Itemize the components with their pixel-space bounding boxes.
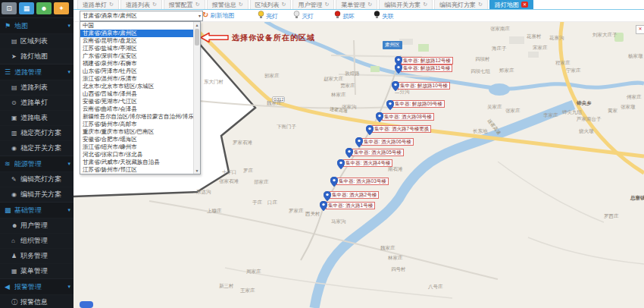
sidebar-item[interactable]: ▤区域列表 — [0, 33, 73, 49]
region-option[interactable]: 安徽省/合肥市/瑶海区 — [80, 136, 200, 143]
tab-refresh-icon[interactable]: ↻ — [152, 2, 157, 8]
region-option[interactable]: 重庆市/重庆市市辖区/巴南区 — [80, 128, 200, 136]
region-option[interactable]: 北京市/北京市市辖区/东城区 — [80, 83, 200, 90]
sidebar-item[interactable]: ▤道路列表 — [0, 80, 73, 95]
tab-refresh-icon[interactable]: ↻ — [109, 2, 114, 8]
sidebar-group[interactable]: ☰道路管理▾ — [0, 64, 73, 80]
region-option[interactable]: 甘肃省/武威市/天祝藏族自治县 — [80, 159, 200, 166]
map-pin-icon[interactable] — [395, 63, 402, 73]
tab-item[interactable]: 菜单管理↻ — [336, 0, 377, 9]
tab-refresh-icon[interactable]: ↻ — [195, 2, 200, 8]
sidebar-item[interactable]: ♟职务管理 — [0, 248, 73, 263]
map-pin-icon[interactable] — [376, 112, 383, 121]
map-pin-icon[interactable] — [337, 159, 345, 168]
region-option[interactable]: 甘肃省/酒泉市/肃州区 — [80, 30, 200, 37]
tab-close-icon[interactable]: ✕ — [521, 2, 528, 8]
tab-item[interactable]: 报警信息↻ — [207, 0, 249, 9]
sidebar-item[interactable]: ◉稳定开关方案 — [0, 140, 73, 156]
legend-label: 灭灯 — [302, 12, 314, 20]
sidebar-menu: ⚑地图▾▤区域列表➤路灯地图☰道路管理▾▤道路列表⊙道路单灯▣道路电表▥稳定亮灯… — [0, 17, 73, 308]
map-pin-icon[interactable] — [386, 99, 394, 109]
user-button[interactable]: ☻ — [36, 2, 52, 14]
region-option[interactable]: 山东省/菏泽市/牡丹区 — [80, 68, 200, 75]
bulb-icon — [334, 11, 341, 21]
sidebar-item[interactable]: ▦菜单管理 — [0, 263, 73, 278]
refresh-map-button[interactable]: ↻ 刷新地图 — [202, 11, 234, 20]
sidebar-item[interactable]: ➤路灯地图 — [0, 49, 73, 64]
sidebar-group[interactable]: ◀报警管理▾ — [0, 278, 73, 294]
quickbar: ⊡▦☻✦ — [0, 0, 73, 17]
tab-refresh-icon[interactable]: ↻ — [282, 2, 286, 8]
map-pin-icon[interactable] — [392, 80, 399, 90]
map-pin-icon[interactable] — [320, 200, 327, 210]
region-option[interactable]: 中国 — [80, 22, 200, 30]
sidebar-item[interactable]: ◉编辑开关方案 — [0, 187, 73, 202]
tab-item[interactable]: 编辑亮灯方案↻ — [434, 0, 488, 9]
scroll-up-icon[interactable]: ▲ — [194, 23, 200, 27]
region-option[interactable]: 江苏省/盐城市/亭湖区 — [80, 45, 200, 52]
tab-refresh-icon[interactable]: ↻ — [423, 2, 427, 8]
legend-item-灭灯[interactable]: 灭灯 — [293, 11, 314, 21]
region-option[interactable]: 江苏省/扬州市/邗江区 — [80, 166, 200, 174]
region-option[interactable]: 河北省/张家口市/张北县 — [80, 151, 200, 159]
tab-item[interactable]: 道路单灯↻ — [77, 0, 119, 9]
dropdown-scrollbar[interactable]: ▲ ▼ — [193, 22, 200, 174]
energy-management-icon: ≋ — [5, 160, 14, 168]
map-pin-icon[interactable] — [366, 124, 374, 134]
sidebar-group[interactable]: ⚑地图▾ — [0, 17, 73, 33]
region-option[interactable]: 安徽省/芜湖市/弋江区 — [80, 98, 200, 105]
legend-item-失联[interactable]: 失联 — [374, 11, 394, 21]
map-place-label: 吴家庄 — [487, 104, 502, 111]
sidebar-item[interactable]: ✎编辑亮灯方案 — [0, 171, 73, 187]
scrollbar-thumb[interactable] — [195, 29, 199, 46]
sidebar-group[interactable]: ≋能源管理▾ — [0, 156, 73, 171]
region-option[interactable]: 浙江省/温州市/乐清市 — [80, 75, 200, 83]
tab-refresh-icon[interactable]: ↻ — [239, 2, 243, 8]
map-pin-icon[interactable] — [324, 190, 331, 200]
road-lamp-icon: ⊙ — [11, 99, 20, 106]
region-option[interactable]: 云南省/昆明市/盘龙区 — [80, 37, 200, 45]
sidebar-group[interactable]: ▩基础管理▾ — [0, 202, 73, 218]
sidebar-item-label: 道路单灯 — [20, 98, 48, 108]
fixed-switch-plan-icon: ◉ — [11, 145, 20, 152]
map-pin-icon[interactable] — [330, 176, 338, 186]
sidebar-item[interactable]: ⓘ报警信息 — [0, 294, 73, 308]
map-close-control[interactable]: ✕ — [636, 25, 644, 34]
sidebar-item[interactable]: ▣道路电表 — [0, 110, 73, 125]
region-option[interactable]: 江苏省/扬州市/高邮市 — [80, 121, 200, 128]
region-option[interactable]: 新疆维吾尔自治区/博尔塔拉蒙古自治州/博乐市 — [80, 113, 200, 121]
sidebar-item[interactable]: ▥稳定亮灯方案 — [0, 125, 73, 140]
region-option[interactable]: 云南省/曲靖市/会泽县 — [80, 105, 200, 113]
tab-refresh-icon[interactable]: ↻ — [367, 2, 372, 8]
tab-item[interactable]: 编辑开关方案↻ — [379, 0, 433, 9]
region-select[interactable]: 甘肃省/酒泉市/肃州区 ▾ — [80, 11, 203, 21]
legend-label: 亮灯 — [266, 12, 278, 20]
map-pin-icon[interactable] — [345, 147, 353, 157]
river-north — [265, 21, 644, 89]
sidebar-item[interactable]: ⌂组织管理 — [0, 233, 73, 248]
region-option[interactable]: 山西省/晋城市/泽州县 — [80, 90, 200, 98]
map-place-label: 东达沟 — [196, 189, 211, 196]
modules-button[interactable]: ▦ — [19, 2, 34, 14]
map-pin-icon[interactable] — [355, 137, 363, 146]
region-option[interactable]: 福建省/泉州市/石狮市 — [80, 60, 200, 68]
tab-item[interactable]: 区域列表↻ — [250, 0, 292, 9]
shield-button[interactable]: ✦ — [54, 2, 69, 14]
monitor-button[interactable]: ⊡ — [2, 2, 17, 14]
sidebar-item[interactable]: ⊙道路单灯 — [0, 95, 73, 110]
tab-active[interactable]: 路灯地图✕ — [489, 0, 533, 9]
tab-item[interactable]: 报警配置↻ — [164, 0, 205, 9]
legend-item-损坏[interactable]: 损坏 — [334, 11, 355, 21]
region-option[interactable]: 广东省/深圳市/宝安区 — [80, 52, 200, 60]
legend-item-亮灯[interactable]: 亮灯 — [258, 11, 278, 21]
region-options: 中国甘肃省/酒泉市/肃州区云南省/昆明市/盘龙区江苏省/盐城市/亭湖区广东省/深… — [80, 22, 200, 174]
tab-item[interactable]: 道路列表↻ — [120, 0, 162, 9]
road-meter-icon: ▣ — [11, 115, 20, 121]
tab-refresh-icon[interactable]: ↻ — [324, 2, 329, 8]
scroll-down-icon[interactable]: ▼ — [194, 168, 200, 173]
tab-item[interactable]: 用户管理↻ — [292, 0, 334, 9]
sidebar-item[interactable]: ☻用户管理 — [0, 218, 73, 233]
region-option[interactable]: 浙江省/绍兴市/嵊州市 — [80, 143, 200, 151]
tab-refresh-icon[interactable]: ↻ — [478, 2, 483, 8]
tab-label: 用户管理 — [298, 1, 322, 9]
